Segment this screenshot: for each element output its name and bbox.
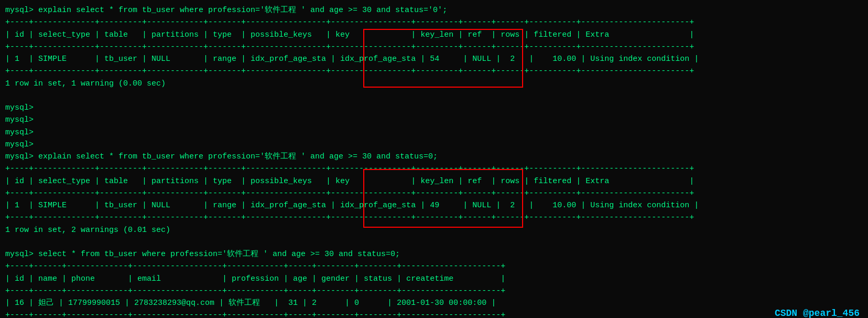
terminal-output: mysql> explain select * from tb_user whe…: [5, 4, 863, 318]
watermark: CSDN @pearl_456: [775, 306, 860, 319]
